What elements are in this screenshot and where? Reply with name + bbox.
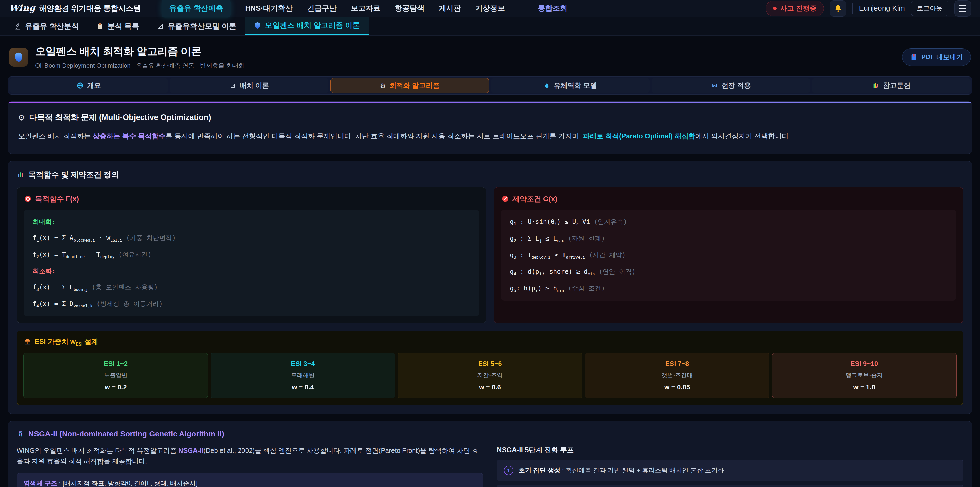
evolution-loop-title: NSGA-II 5단계 진화 루프 xyxy=(497,445,963,455)
logo-wing-mark: Wing xyxy=(9,3,35,13)
nav-item-board[interactable]: 게시판 xyxy=(439,3,461,14)
top-navigation: Wing 해양환경 위기대응 통합시스템 유출유 확산예측 HNS·대기확산 긴… xyxy=(0,0,980,17)
bridge-icon xyxy=(711,82,718,89)
definitions-card: 목적함수 및 제약조건 정의 목적함수 F(x) 최대화: f1(x) = Σ … xyxy=(8,161,972,414)
loop-step-2: 2 적합도 평가 : 유출유 확산 시뮬레이터로 각 배치안의 차단면적·도달시… xyxy=(497,485,963,487)
page-shield-icon xyxy=(9,48,28,67)
objective-code-block: 최대화: f1(x) = Σ Ablocked,i · wESI,i (가중 차… xyxy=(24,210,479,316)
page-subtitle: Oil Boom Deployment Optimization · 유출유 확… xyxy=(35,62,902,70)
nav-item-reports[interactable]: 보고자료 xyxy=(351,3,380,14)
loop-step-1: 1 초기 집단 생성 : 확산예측 결과 기반 랜덤 + 휴리스틱 배치안 혼합… xyxy=(497,460,963,481)
microscope-icon xyxy=(14,22,21,30)
bar-chart-icon xyxy=(17,171,24,179)
nav-item-weather-info[interactable]: 기상정보 xyxy=(475,3,505,14)
target-icon xyxy=(24,195,32,203)
gradient-accent-bar xyxy=(8,102,972,104)
section-tab-hydrodynamics-model[interactable]: 유체역학 모델 xyxy=(491,78,649,93)
esi-cell-1-2: ESI 1~2 노출암반 w = 0.2 xyxy=(24,353,208,398)
esi-cell-9-10: ESI 9~10 맹그로브·습지 w = 1.0 xyxy=(772,353,956,398)
tab-boom-algorithm-theory[interactable]: 오일펜스 배치 알고리즘 이론 xyxy=(245,17,369,35)
section-tab-field-application[interactable]: 현장 적용 xyxy=(652,78,810,93)
nsga2-card: NSGA-II (Non-dominated Sorting Genetic A… xyxy=(8,421,972,487)
intro-section-title: ⚙ 다목적 최적화 문제 (Multi-Objective Optimizati… xyxy=(18,112,962,123)
logo-divider xyxy=(151,3,151,13)
nsga2-loop-column: NSGA-II 5단계 진화 루프 1 초기 집단 생성 : 확산예측 결과 기… xyxy=(497,445,963,487)
nav-item-hns-air-diffusion[interactable]: HNS·대기확산 xyxy=(245,3,293,14)
multi-objective-intro-card: ⚙ 다목적 최적화 문제 (Multi-Objective Optimizati… xyxy=(8,101,972,154)
nav-divider xyxy=(521,3,522,14)
main-content: 오일펜스 배치 최적화 알고리즘 이론 Oil Boom Deployment … xyxy=(0,36,980,487)
incident-badge-label: 사고 진행중 xyxy=(780,4,817,13)
nav-item-aerial-search[interactable]: 항공탐색 xyxy=(395,3,425,14)
app-logo[interactable]: Wing 해양환경 위기대응 통합시스템 xyxy=(9,3,141,14)
gear-icon: ⚙ xyxy=(18,113,25,122)
book-icon xyxy=(910,53,918,61)
beach-icon xyxy=(24,338,31,346)
constraints-code-block: g1 : U·sin(θi) ≤ Uc ∀i (임계유속) g2 : Σ Lj … xyxy=(501,210,956,300)
menu-button[interactable] xyxy=(955,0,971,17)
topnav-right-group: 사고 진행중 Eunjeong Kim 로그아웃 xyxy=(765,0,971,17)
bell-icon xyxy=(834,4,842,13)
page-header: 오일펜스 배치 최적화 알고리즘 이론 Oil Boom Deployment … xyxy=(8,36,972,77)
dna-icon xyxy=(17,430,24,438)
books-icon xyxy=(872,82,880,89)
esi-cell-3-4: ESI 3~4 모래해변 w = 0.4 xyxy=(210,353,395,398)
gear-icon: ⚙ xyxy=(380,82,386,89)
shield-icon xyxy=(254,22,261,29)
tab-analysis-list[interactable]: 분석 목록 xyxy=(88,17,148,35)
nsga2-parameters-column: WING의 오일펜스 배치 최적화는 다목적 유전알고리즘 NSGA-II(De… xyxy=(17,445,483,487)
nsga2-title: NSGA-II (Non-dominated Sorting Genetic A… xyxy=(17,430,963,438)
sub-tab-bar: 유출유 확산분석 분석 목록 유출유확산모델 이론 오일펜스 배치 알고리즘 이… xyxy=(0,17,980,36)
highlight-pareto: 파레토 최적(Pareto Optimal) 해집합 xyxy=(583,132,695,140)
incident-status-badge: 사고 진행중 xyxy=(765,0,824,16)
highlight-objectives: 상충하는 복수 목적함수 xyxy=(93,132,165,140)
nsga2-paragraph: WING의 오일펜스 배치 최적화는 다목적 유전알고리즘 NSGA-II(De… xyxy=(17,445,483,466)
droplet-icon xyxy=(544,82,550,89)
constraints-panel: 제약조건 G(x) g1 : U·sin(θi) ≤ Uc ∀i (임계유속) … xyxy=(494,187,963,323)
tab-diffusion-model-theory[interactable]: 유출유확산모델 이론 xyxy=(148,17,245,35)
clipboard-icon xyxy=(96,22,104,30)
page-title: 오일펜스 배치 최적화 알고리즘 이론 xyxy=(35,45,902,59)
section-tab-deployment-theory[interactable]: 배치 이론 xyxy=(170,78,328,93)
tab-spill-diffusion-analysis[interactable]: 유출유 확산분석 xyxy=(5,17,88,35)
constraints-panel-title: 제약조건 G(x) xyxy=(501,194,956,204)
esi-cell-5-6: ESI 5~6 자갈·조약 w = 0.6 xyxy=(398,353,582,398)
main-nav: 유출유 확산예측 HNS·대기확산 긴급구난 보고자료 항공탐색 게시판 기상정… xyxy=(162,0,756,18)
logout-button[interactable]: 로그아웃 xyxy=(911,1,948,16)
step-number-badge: 1 xyxy=(504,466,514,475)
section-tab-references[interactable]: 참고문헌 xyxy=(812,78,970,93)
highlight-nsga2: NSGA-II xyxy=(178,447,204,454)
objective-function-panel: 목적함수 F(x) 최대화: f1(x) = Σ Ablocked,i · wE… xyxy=(17,187,486,323)
nav-item-emergency-rescue[interactable]: 긴급구난 xyxy=(307,3,337,14)
section-tab-overview[interactable]: 개요 xyxy=(10,78,168,93)
pdf-export-button[interactable]: PDF 내보내기 xyxy=(902,48,971,66)
incident-dot-icon xyxy=(773,6,776,10)
notification-button[interactable] xyxy=(830,0,846,17)
esi-weight-box: ESI 가중치 wESI 설계 ESI 1~2 노출암반 w = 0.2 ESI… xyxy=(17,331,963,405)
user-name: Eunjeong Kim xyxy=(859,4,905,13)
section-tab-optimization-algorithm[interactable]: ⚙ 최적화 알고리즘 xyxy=(331,78,489,93)
esi-cell-7-8: ESI 7~8 갯벌·조간대 w = 0.85 xyxy=(585,353,770,398)
objective-panel-title: 목적함수 F(x) xyxy=(24,194,479,204)
definitions-title: 목적함수 및 제약조건 정의 xyxy=(17,169,963,180)
globe-icon xyxy=(76,82,84,89)
nav-item-oil-spill-prediction[interactable]: 유출유 확산예측 xyxy=(162,0,231,18)
esi-weight-title: ESI 가중치 wESI 설계 xyxy=(24,337,956,347)
app-title: 해양환경 위기대응 통합시스템 xyxy=(39,3,141,14)
ruler-icon xyxy=(229,82,236,89)
section-tab-bar: 개요 배치 이론 ⚙ 최적화 알고리즘 유체역학 모델 현장 적용 xyxy=(8,77,972,95)
intro-paragraph: 오일펜스 배치 최적화는 상충하는 복수 목적함수를 동시에 만족해야 하는 전… xyxy=(18,131,962,142)
no-entry-icon xyxy=(501,195,509,203)
nav-item-integrated-search[interactable]: 통합조회 xyxy=(538,3,567,14)
triangle-ruler-icon xyxy=(156,22,164,30)
param-chromosome: 염색체 구조 : [배치지점 좌표, 방향각θ, 길이L, 형태, 배치순서] xyxy=(17,473,483,487)
hamburger-icon xyxy=(959,5,966,12)
esi-weight-grid: ESI 1~2 노출암반 w = 0.2 ESI 3~4 모래해변 w = 0.… xyxy=(24,353,956,398)
